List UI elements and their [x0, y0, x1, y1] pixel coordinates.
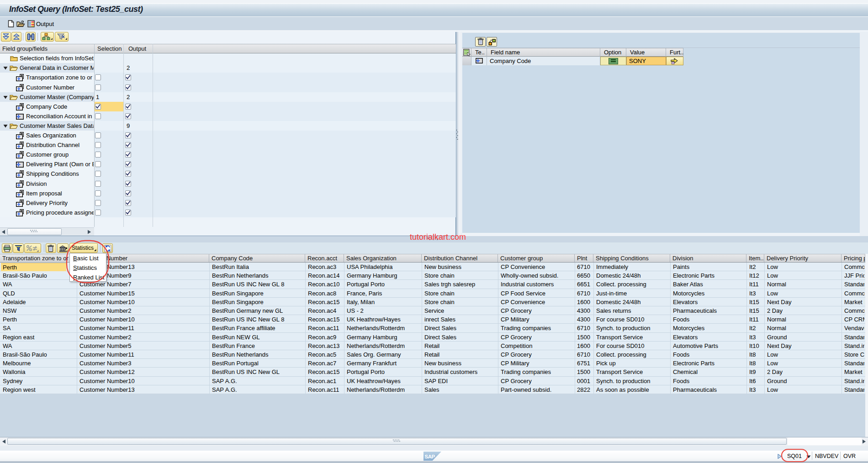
svg-text:SAP: SAP [425, 454, 435, 459]
